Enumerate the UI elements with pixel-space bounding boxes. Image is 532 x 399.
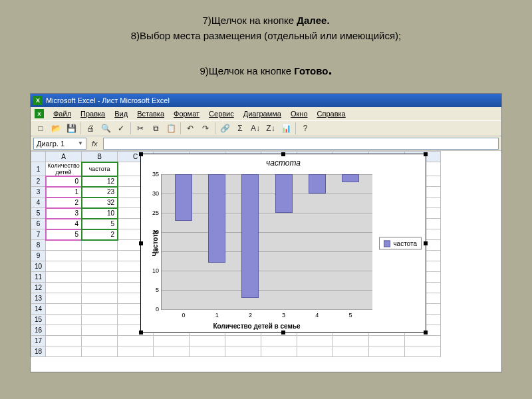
bar[interactable] bbox=[175, 174, 192, 221]
bar[interactable] bbox=[275, 174, 293, 213]
row-header[interactable]: 8 bbox=[31, 240, 46, 251]
cell[interactable]: 4 bbox=[46, 219, 82, 229]
cell[interactable] bbox=[297, 336, 333, 346]
cell[interactable]: Количество детей bbox=[46, 162, 82, 176]
worksheet-grid[interactable]: A B C D E F G H I J K 1 Количество детей… bbox=[31, 151, 501, 372]
cell[interactable]: 3 bbox=[46, 208, 82, 219]
cell[interactable] bbox=[82, 283, 118, 293]
cell[interactable]: 5 bbox=[46, 229, 82, 240]
row-header[interactable]: 17 bbox=[31, 336, 46, 346]
preview-icon[interactable]: 🔍 bbox=[98, 122, 113, 135]
cell[interactable] bbox=[261, 336, 297, 346]
cell[interactable] bbox=[46, 283, 82, 293]
row-header[interactable]: 11 bbox=[31, 272, 46, 283]
cell[interactable] bbox=[82, 293, 118, 304]
row-header[interactable]: 13 bbox=[31, 293, 46, 304]
cell[interactable] bbox=[46, 261, 82, 272]
sort-asc-icon[interactable]: A↓ bbox=[248, 122, 263, 135]
cell[interactable] bbox=[225, 336, 261, 346]
undo-icon[interactable]: ↶ bbox=[183, 122, 198, 135]
copy-icon[interactable]: ⧉ bbox=[148, 122, 163, 135]
cell[interactable] bbox=[369, 336, 405, 346]
bar[interactable] bbox=[309, 174, 326, 194]
document-icon[interactable]: X bbox=[35, 109, 44, 118]
cell[interactable] bbox=[405, 346, 441, 357]
row-header[interactable]: 5 bbox=[31, 208, 46, 219]
menu-view[interactable]: Вид bbox=[110, 108, 132, 119]
row-header[interactable]: 9 bbox=[31, 251, 46, 261]
cell[interactable] bbox=[333, 346, 369, 357]
bar[interactable] bbox=[208, 174, 225, 263]
menu-chart[interactable]: Диаграмма bbox=[239, 108, 285, 119]
row-header[interactable]: 6 bbox=[31, 219, 46, 229]
cell[interactable]: 10 bbox=[82, 208, 118, 219]
row-header[interactable]: 7 bbox=[31, 229, 46, 240]
row-header[interactable]: 14 bbox=[31, 304, 46, 315]
cell[interactable]: 32 bbox=[82, 198, 118, 208]
cell[interactable] bbox=[118, 336, 154, 346]
row-header[interactable]: 3 bbox=[31, 187, 46, 198]
cell[interactable]: 23 bbox=[82, 187, 118, 198]
hyperlink-icon[interactable]: 🔗 bbox=[217, 122, 232, 135]
spellcheck-icon[interactable]: ✓ bbox=[114, 122, 128, 135]
cell[interactable] bbox=[118, 346, 154, 357]
cell[interactable] bbox=[46, 315, 82, 325]
cell[interactable] bbox=[82, 261, 118, 272]
x-axis-label[interactable]: Количество детей в семье bbox=[141, 323, 372, 330]
menu-insert[interactable]: Вставка bbox=[133, 108, 168, 119]
cell[interactable]: 12 bbox=[82, 176, 118, 187]
cell[interactable] bbox=[82, 336, 118, 346]
cell[interactable] bbox=[46, 293, 82, 304]
new-icon[interactable]: □ bbox=[33, 122, 48, 135]
cell[interactable]: 1 bbox=[46, 187, 82, 198]
print-icon[interactable]: 🖨 bbox=[83, 122, 98, 135]
row-header[interactable]: 12 bbox=[31, 283, 46, 293]
bar[interactable] bbox=[342, 174, 359, 182]
col-header[interactable]: A bbox=[46, 152, 82, 162]
menu-tools[interactable]: Сервис bbox=[205, 108, 238, 119]
formula-bar[interactable] bbox=[103, 138, 499, 150]
name-box[interactable]: Диагр. 1 ▼ bbox=[33, 138, 86, 150]
cell[interactable]: 2 bbox=[82, 229, 118, 240]
save-icon[interactable]: 💾 bbox=[64, 122, 78, 135]
cell[interactable] bbox=[405, 336, 441, 346]
cell[interactable]: 2 bbox=[46, 198, 82, 208]
cell[interactable] bbox=[46, 325, 82, 336]
help-icon[interactable]: ? bbox=[298, 122, 313, 135]
row-header[interactable]: 18 bbox=[31, 346, 46, 357]
cell[interactable] bbox=[46, 240, 82, 251]
menu-file[interactable]: Файл bbox=[49, 108, 75, 119]
cell[interactable] bbox=[82, 315, 118, 325]
row-header[interactable]: 16 bbox=[31, 325, 46, 336]
cell[interactable] bbox=[190, 336, 225, 346]
row-header[interactable]: 1 bbox=[31, 162, 46, 176]
plot-area[interactable]: 05101520253035012345 bbox=[161, 174, 372, 310]
cell[interactable] bbox=[261, 346, 297, 357]
menu-help[interactable]: Справка bbox=[313, 108, 350, 119]
cell[interactable] bbox=[82, 240, 118, 251]
cell[interactable] bbox=[333, 336, 369, 346]
cell[interactable]: 5 bbox=[82, 219, 118, 229]
sort-desc-icon[interactable]: Z↓ bbox=[263, 122, 278, 135]
chevron-down-icon[interactable]: ▼ bbox=[78, 140, 83, 146]
cell[interactable] bbox=[190, 346, 225, 357]
menu-format[interactable]: Формат bbox=[170, 108, 203, 119]
bar[interactable] bbox=[241, 174, 259, 298]
menu-window[interactable]: Окно bbox=[287, 108, 312, 119]
row-header[interactable]: 15 bbox=[31, 315, 46, 325]
menu-edit[interactable]: Правка bbox=[76, 108, 109, 119]
autosum-icon[interactable]: Σ bbox=[233, 122, 247, 135]
select-all-corner[interactable] bbox=[31, 152, 46, 162]
cell[interactable] bbox=[225, 346, 261, 357]
cell[interactable] bbox=[46, 251, 82, 261]
cell[interactable] bbox=[369, 346, 405, 357]
cell[interactable] bbox=[46, 304, 82, 315]
col-header[interactable]: B bbox=[82, 152, 118, 162]
cut-icon[interactable]: ✂ bbox=[133, 122, 148, 135]
row-header[interactable]: 4 bbox=[31, 198, 46, 208]
cell[interactable] bbox=[297, 346, 333, 357]
cell[interactable] bbox=[46, 336, 82, 346]
cell[interactable] bbox=[46, 346, 82, 357]
row-header[interactable]: 2 bbox=[31, 176, 46, 187]
cell[interactable] bbox=[82, 304, 118, 315]
